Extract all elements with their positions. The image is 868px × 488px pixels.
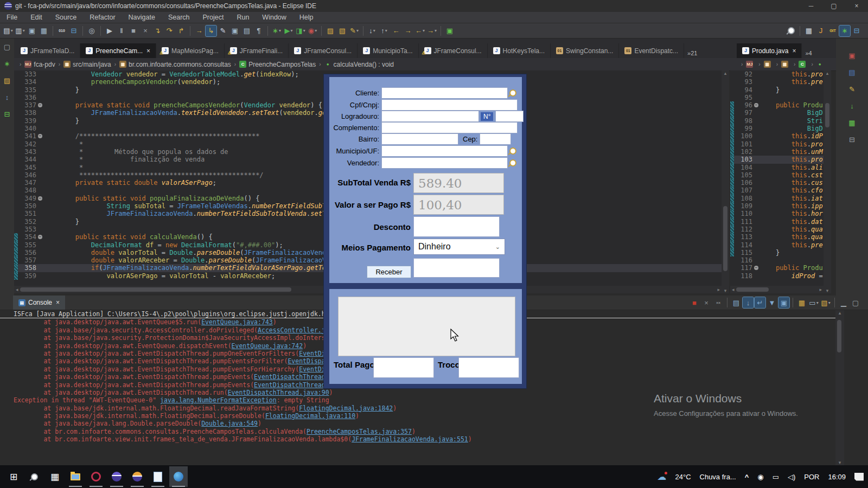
stack-trace-link[interactable]: PreencheCamposTelas.java:357 xyxy=(307,428,412,435)
troco-input[interactable] xyxy=(458,357,519,378)
next-edit-location-icon[interactable]: → xyxy=(403,25,413,36)
tab-close-icon[interactable]: × xyxy=(146,47,150,55)
file-explorer-icon[interactable] xyxy=(66,466,85,487)
tab-overflow-count[interactable]: »21 xyxy=(684,43,700,58)
vertical-scrollbar[interactable]: ▴▾ xyxy=(722,70,729,293)
notepad-icon[interactable] xyxy=(149,466,167,487)
lookup-button[interactable] xyxy=(508,159,518,166)
breadcrumb-item[interactable]: PreencheCamposTelas xyxy=(248,61,316,68)
previous-annotation-icon[interactable]: ↑▾ xyxy=(379,25,390,36)
error-log-view-icon[interactable]: ▣ xyxy=(848,52,855,60)
menu-refactor[interactable]: Refactor xyxy=(83,14,122,21)
menu-project[interactable]: Project xyxy=(196,14,231,21)
inspect-icon[interactable]: ◎ xyxy=(86,25,97,36)
java-perspective-icon[interactable]: J xyxy=(815,25,826,36)
taskbar-clock[interactable]: 16:09 xyxy=(828,473,846,481)
step-filters-icon[interactable]: ↳ xyxy=(206,25,216,36)
forward-icon[interactable]: →▾ xyxy=(426,25,437,36)
receber-button[interactable]: Receber xyxy=(367,266,411,278)
weather-icon[interactable]: ☁ xyxy=(657,471,666,483)
run-icon[interactable]: ▶▾ xyxy=(283,25,294,36)
menu-help[interactable]: Help xyxy=(293,14,320,21)
word-wrap-icon[interactable]: ↵ xyxy=(755,297,765,308)
save-icon[interactable]: ▣ xyxy=(27,25,37,36)
start-button[interactable]: ⊞ xyxy=(4,466,23,487)
lookup-button[interactable] xyxy=(508,147,518,155)
stack-trace-link[interactable]: Double.java:549 xyxy=(201,420,258,427)
show-whitespace-icon[interactable]: ¶ xyxy=(253,25,264,36)
vendedor-input[interactable] xyxy=(381,157,508,169)
console-view-icon[interactable]: ⊟ xyxy=(68,25,79,36)
step-return-icon[interactable]: ↱ xyxy=(176,25,187,36)
import-tray-icon[interactable]: ↓ xyxy=(850,102,854,110)
display-console-icon[interactable]: ▭▾ xyxy=(808,297,819,308)
opera-icon[interactable] xyxy=(87,466,105,487)
bairro-input[interactable] xyxy=(381,133,458,145)
project-explorer-icon[interactable]: ▨ xyxy=(4,76,10,85)
network-icon[interactable]: ▭ xyxy=(773,473,779,481)
mark-occurrences-icon[interactable]: ✎▾ xyxy=(349,25,360,36)
municipiouf-input[interactable] xyxy=(381,145,508,157)
maximize-view-icon[interactable]: ▢ xyxy=(850,297,861,308)
clear-console-icon[interactable]: ▤ xyxy=(731,297,742,308)
javadoc-view-icon[interactable]: ▤ xyxy=(848,68,855,76)
call-hierarchy-icon[interactable]: ⊟ xyxy=(4,110,10,118)
debug-icon[interactable]: ∗▾ xyxy=(271,25,282,36)
editor-tab[interactable]: J⚠MapMeiosPag... xyxy=(156,43,225,58)
last-edit-location-icon[interactable]: ← xyxy=(391,25,401,36)
complemento-input[interactable] xyxy=(381,122,518,133)
stack-trace-link[interactable]: java.lang.NumberFormatException xyxy=(160,396,277,404)
show-source-icon[interactable]: ▤ xyxy=(241,25,252,36)
close-button[interactable]: × xyxy=(845,0,868,12)
skip-breakpoints-icon[interactable]: → xyxy=(194,25,205,36)
eclipse-orange-icon[interactable] xyxy=(128,466,146,487)
editor-tab[interactable]: J⚠JFrameConsul... xyxy=(419,43,488,58)
open-perspective-icon[interactable]: ▦ xyxy=(803,25,814,36)
binary-file-icon[interactable]: 010 xyxy=(56,25,67,36)
step-into-icon[interactable]: ↴ xyxy=(152,25,163,36)
type-hierarchy-icon[interactable]: ↕ xyxy=(5,93,9,101)
desconto-input[interactable] xyxy=(413,216,500,237)
taskbar-weather-text[interactable]: Chuva fra... xyxy=(700,473,736,481)
editor-tab[interactable]: JMunicipioTa... xyxy=(358,43,418,58)
volume-icon[interactable]: ◁) xyxy=(788,473,795,481)
jee-perspective-icon[interactable]: ⊟ xyxy=(851,25,862,36)
next-annotation-icon[interactable]: ↓▾ xyxy=(367,25,378,36)
stack-trace-link[interactable]: EventDi xyxy=(299,365,325,373)
recebido-input[interactable] xyxy=(413,258,500,278)
keyboard-language[interactable]: POR xyxy=(804,473,819,481)
maximize-button[interactable]: ▢ xyxy=(822,0,845,12)
disconnect-icon[interactable]: × xyxy=(140,25,151,36)
new-task-icon[interactable]: ▣ xyxy=(444,25,455,36)
coverage-icon[interactable]: ◨▾ xyxy=(295,25,306,36)
taskbar-temperature[interactable]: 24°C xyxy=(675,473,691,481)
breadcrumb-toggle-icon[interactable]: › xyxy=(20,61,21,67)
tab-overflow-count[interactable]: »4 xyxy=(802,43,815,58)
breadcrumb-item[interactable]: fca-pdv xyxy=(34,61,55,68)
pin-console-icon[interactable]: ▼ xyxy=(767,297,777,308)
terminate-console-icon[interactable]: ■ xyxy=(689,297,700,308)
export-icon[interactable]: ▧ xyxy=(337,25,348,36)
suspend-icon[interactable]: ‖ xyxy=(116,25,127,36)
show-stdout-icon[interactable]: ▣ xyxy=(778,297,789,308)
breadcrumb-item[interactable]: br.com.infoarte.commons.consultas xyxy=(129,61,231,68)
remove-launch-icon[interactable]: × xyxy=(701,297,712,308)
tab-close-icon[interactable]: × xyxy=(792,47,796,55)
restore-pane-icon[interactable]: ▢ xyxy=(4,43,10,51)
stack-trace-link[interactable]: FloatingDecimal.java:110 xyxy=(265,412,355,420)
minimize-button[interactable]: ─ xyxy=(800,0,822,12)
stack-trace-link[interactable]: AccessController.j xyxy=(258,326,326,334)
pencil-icon[interactable]: ✎ xyxy=(849,85,855,93)
editor-tab[interactable]: JJFrameConsul... xyxy=(289,43,358,58)
profile-icon[interactable]: ◉▾ xyxy=(307,25,318,36)
menu-navigate[interactable]: Navigate xyxy=(122,14,162,21)
search-button[interactable] xyxy=(25,466,43,487)
menu-edit[interactable]: Edit xyxy=(24,14,49,21)
git-perspective-icon[interactable]: GIT xyxy=(827,25,838,36)
numero-input[interactable] xyxy=(495,111,524,122)
cpfcnpj-input[interactable] xyxy=(381,99,518,111)
import-icon[interactable]: ▨ xyxy=(325,25,336,36)
editor-tab[interactable]: JJFrameTelaD... xyxy=(15,43,80,58)
meios-pagamento-select[interactable]: Dinheiro ⌄ xyxy=(413,239,505,255)
console-scrollbar[interactable]: ▴▾ xyxy=(835,310,844,465)
